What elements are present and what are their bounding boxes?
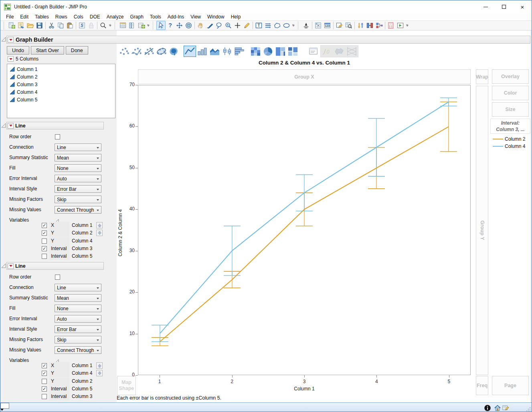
menu-file[interactable]: File [3, 13, 17, 20]
error-interval-select[interactable]: Auto [55, 175, 101, 182]
oval-annotation-icon[interactable] [282, 21, 291, 30]
variable-column[interactable]: Column 2 [72, 229, 92, 237]
new-data-table-icon[interactable] [7, 21, 16, 30]
line-panel-header[interactable]: Line [6, 122, 104, 129]
variable-checkbox[interactable] [42, 394, 47, 399]
move-up-button[interactable] [96, 222, 103, 228]
variable-column[interactable]: Column 4 [72, 370, 92, 377]
search-icon[interactable] [99, 21, 108, 30]
variable-column[interactable]: Column 4 [72, 237, 92, 245]
missing-values-select[interactable]: Connect Through [55, 206, 101, 214]
red-triangle-menu-icon[interactable] [8, 37, 14, 42]
date-123-icon[interactable]: 123 [323, 21, 332, 30]
red-triangle-menu-icon[interactable] [8, 56, 14, 62]
line-annotation-icon[interactable] [263, 21, 273, 30]
graph-builder-outline-header[interactable]: Graph Builder [6, 36, 530, 44]
text-annotation-icon[interactable]: T [254, 21, 263, 30]
script-center-icon[interactable]: S [77, 21, 87, 30]
element-histogram-icon[interactable] [233, 46, 246, 57]
open-file-icon[interactable] [26, 21, 35, 30]
variable-checkbox[interactable]: ✓ [42, 246, 47, 251]
element-contour-icon[interactable] [168, 46, 180, 57]
summary-statistic-select[interactable]: Mean [55, 294, 101, 302]
annotate-pencil-icon[interactable] [242, 21, 251, 30]
element-box-plot-icon[interactable] [221, 46, 233, 57]
variable-checkbox[interactable]: ✓ [42, 386, 47, 392]
home-icon[interactable] [494, 404, 501, 412]
row-order-checkbox[interactable] [55, 134, 60, 139]
edit-table-icon[interactable] [502, 404, 509, 412]
legend-entry[interactable]: Column 4 [493, 143, 525, 150]
variable-column[interactable]: Column 3 [72, 245, 92, 252]
toolbar-grip[interactable] [115, 22, 117, 29]
missing-values-select[interactable]: Connect Through [55, 346, 101, 354]
outline-collapse-icon[interactable] [1, 263, 6, 267]
fill-select[interactable]: None [55, 164, 101, 172]
variable-checkbox[interactable]: ✓ [42, 371, 47, 376]
fill-select[interactable]: None [55, 305, 101, 312]
variable-checkbox[interactable] [42, 379, 47, 384]
start-over-button[interactable]: Start Over [31, 46, 64, 55]
line-panel-header[interactable]: Line [6, 262, 104, 270]
crosshair-plus-icon[interactable] [233, 21, 242, 30]
dropdown-arrow-icon[interactable] [0, 409, 4, 411]
maximize-button[interactable] [495, 0, 513, 13]
polygon-annotation-icon[interactable] [273, 21, 282, 30]
outline-collapse-icon[interactable] [1, 122, 6, 127]
menu-tables[interactable]: Tables [32, 13, 52, 20]
error-interval-select[interactable]: Auto [55, 315, 101, 323]
outline-collapse-icon[interactable] [1, 36, 6, 41]
element-line-icon[interactable] [184, 46, 196, 57]
move-down-button[interactable] [96, 370, 103, 376]
new-column-icon[interactable] [127, 21, 137, 30]
element-smoother-icon[interactable] [130, 46, 143, 57]
freq-drop-zone[interactable]: Freq [476, 376, 488, 395]
move-up-button[interactable] [96, 362, 103, 369]
page-drop-zone[interactable]: Page [492, 376, 529, 395]
column-list-item[interactable]: Column 3 [9, 81, 115, 88]
variable-column[interactable]: Column 1 [72, 362, 92, 370]
column-list-item[interactable]: Column 5 [9, 96, 115, 103]
group-y-drop-zone[interactable]: Group Y [476, 86, 488, 375]
variable-column[interactable]: Column 1 [72, 222, 92, 229]
new-journal-icon[interactable] [16, 21, 26, 30]
add-rows-icon[interactable] [137, 21, 146, 30]
toolbar-overflow-chevron-icon[interactable] [405, 21, 409, 30]
cut-icon[interactable] [47, 21, 56, 30]
overlay-drop-zone[interactable]: Overlay [492, 69, 529, 84]
menu-rows[interactable]: Rows [52, 13, 71, 20]
element-ellipse-icon[interactable] [155, 46, 168, 57]
y-axis-label[interactable]: Column 2 & Column 4 [117, 227, 123, 239]
resize-grip[interactable] [526, 407, 530, 411]
map-shape-drop-zone[interactable]: Map Shape [117, 376, 136, 395]
legend-entry[interactable]: Column 2 [493, 135, 525, 143]
preview-table-icon[interactable] [344, 21, 353, 30]
move-down-button[interactable] [96, 230, 103, 236]
connection-select[interactable]: Line [55, 284, 101, 291]
brush-tool-icon[interactable] [205, 21, 214, 30]
variable-checkbox[interactable]: ✓ [42, 223, 47, 228]
element-bar-icon[interactable] [196, 46, 208, 57]
group-x-drop-zone[interactable]: Group X [138, 69, 471, 84]
variable-column[interactable]: Column 5 [72, 385, 92, 393]
toolbar-grip[interactable] [153, 22, 155, 29]
missing-factors-select[interactable]: Skip [55, 336, 101, 343]
arrow-cursor-icon[interactable] [156, 21, 166, 30]
menu-cols[interactable]: Cols [71, 13, 87, 20]
color-drop-zone[interactable]: Color [492, 86, 529, 100]
menu-edit[interactable]: Edit [17, 13, 32, 20]
red-triangle-menu-icon[interactable] [8, 263, 14, 269]
toolbar-overflow-chevron-icon[interactable] [146, 21, 150, 30]
data-table-icon[interactable] [118, 21, 127, 30]
close-button[interactable]: × [513, 0, 532, 13]
element-area-icon[interactable] [208, 46, 221, 57]
variable-checkbox[interactable] [42, 238, 47, 244]
element-treemap-icon[interactable] [274, 46, 287, 57]
wrap-drop-zone[interactable]: Wrap [476, 69, 488, 84]
toolbar-grip[interactable] [4, 22, 6, 29]
sort-columns-icon[interactable] [356, 21, 365, 30]
variable-checkbox[interactable] [42, 254, 47, 259]
menu-graph[interactable]: Graph [127, 13, 146, 20]
zoom-tool-icon[interactable] [224, 21, 233, 30]
element-heatmap-icon[interactable] [249, 46, 262, 57]
